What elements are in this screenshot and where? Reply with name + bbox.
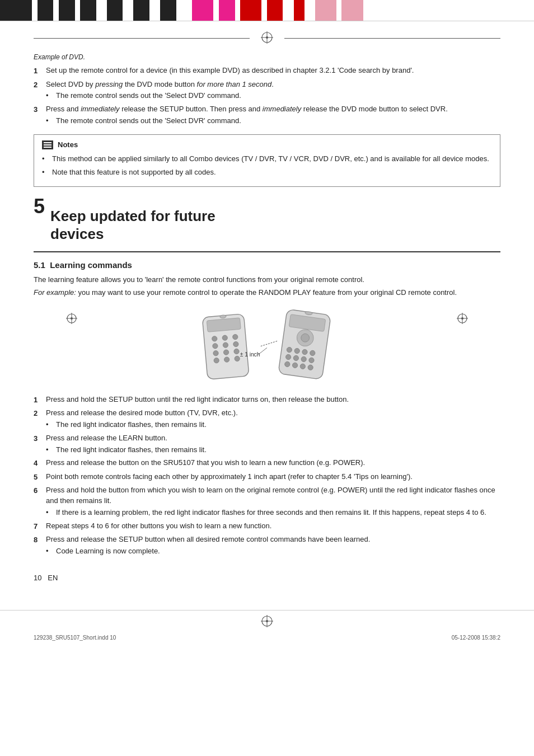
bullet-text: This method can be applied similarly to … bbox=[52, 154, 489, 165]
section-divider bbox=[34, 251, 500, 252]
remote-figure: ± 1 inch bbox=[34, 307, 500, 386]
step-item: 1 Set up the remote control for a device… bbox=[34, 65, 500, 77]
svg-point-22 bbox=[220, 314, 227, 318]
footer: 10 EN bbox=[34, 574, 500, 582]
bullet-dot: • bbox=[46, 508, 56, 518]
step-content: Point both remote controls facing each o… bbox=[46, 472, 500, 483]
bullet-text: Code Learning is now complete. bbox=[56, 546, 160, 557]
notes-box: Notes • This method can be applied simil… bbox=[34, 134, 500, 187]
step-item: 2 Press and release the desired mode but… bbox=[34, 408, 500, 430]
step-item: 5 Point both remote controls facing each… bbox=[34, 472, 500, 483]
bullet-dot: • bbox=[42, 167, 52, 178]
notes-bullet-2: • Note that this feature is not supporte… bbox=[42, 167, 492, 178]
step-content: Set up the remote control for a device (… bbox=[46, 65, 500, 77]
step-item: 3 Press and release the LEARN button. • … bbox=[34, 433, 500, 456]
bullet-dot: • bbox=[46, 91, 56, 101]
step-num: 3 bbox=[34, 433, 46, 456]
step-num: 1 bbox=[34, 65, 46, 77]
color-segments bbox=[0, 0, 534, 21]
step-item: 8 Press and release the SETUP button whe… bbox=[34, 534, 500, 557]
steps-list-1: 1 Set up the remote control for a device… bbox=[34, 65, 500, 126]
top-color-bar bbox=[0, 0, 534, 21]
section-number: 5 bbox=[34, 195, 45, 218]
learning-intro-line1: The learning feature allows you to 'lear… bbox=[34, 274, 500, 285]
lang-label: EN bbox=[48, 574, 58, 582]
bullet-text: The remote control sends out the 'Select… bbox=[56, 116, 241, 126]
bottom-info: 129238_SRU5107_Short.indd 10 05-12-2008 … bbox=[0, 633, 534, 642]
notes-header: Notes bbox=[42, 140, 492, 149]
step-num: 1 bbox=[34, 395, 46, 406]
step-num: 6 bbox=[34, 485, 46, 518]
learning-intro-line2: For example: you may want to use your re… bbox=[34, 287, 500, 298]
step-item: 2 Select DVD by pressing the DVD mode bu… bbox=[34, 79, 500, 102]
bullet-text: The remote control sends out the 'Select… bbox=[56, 91, 241, 101]
bullet-dot: • bbox=[46, 420, 56, 430]
bullet-text: If there is a learning problem, the red … bbox=[56, 508, 486, 518]
section-title-block: Keep updated for futuredevices bbox=[50, 195, 216, 247]
step-item: 4 Press and release the button on the SR… bbox=[34, 458, 500, 469]
steps-list-2: 1 Press and hold the SETUP button until … bbox=[34, 395, 500, 557]
svg-text:± 1 inch: ± 1 inch bbox=[240, 351, 260, 358]
step-item: 3 Press and immediately release the SETU… bbox=[34, 104, 500, 126]
notes-label: Notes bbox=[58, 140, 78, 149]
example-label: Example of DVD. bbox=[34, 53, 500, 61]
step-num: 3 bbox=[34, 104, 46, 126]
subsection-heading: 5.1 Learning commands bbox=[34, 260, 500, 270]
bottom-bar bbox=[0, 610, 534, 631]
step-content: Press and release the SETUP button when … bbox=[46, 534, 500, 557]
bullet-dot: • bbox=[46, 116, 56, 126]
step-content: Press and hold the button from which you… bbox=[46, 485, 500, 518]
sub-bullet: • The red light indicator flashes, then … bbox=[46, 420, 500, 430]
step-num: 7 bbox=[34, 521, 46, 532]
sub-bullet: • If there is a learning problem, the re… bbox=[46, 508, 500, 518]
step-num: 8 bbox=[34, 534, 46, 557]
step-content: Repeat steps 4 to 6 for other buttons yo… bbox=[46, 521, 500, 532]
notes-icon bbox=[42, 140, 53, 149]
remote-control-image: ± 1 inch bbox=[177, 307, 357, 386]
step-item: 7 Repeat steps 4 to 6 for other buttons … bbox=[34, 521, 500, 532]
page-num-value: 10 bbox=[34, 574, 41, 582]
page-number: 10 EN bbox=[34, 574, 58, 582]
subsection-title: Learning commands bbox=[50, 260, 132, 270]
step-num: 4 bbox=[34, 458, 46, 469]
top-rule bbox=[34, 31, 500, 45]
remote-svg: ± 1 inch bbox=[177, 307, 357, 380]
reg-mark-left bbox=[66, 313, 77, 326]
reg-mark-bottom bbox=[261, 615, 273, 627]
subsection-num: 5.1 bbox=[34, 260, 45, 270]
svg-line-40 bbox=[261, 341, 278, 346]
sub-bullet: • Code Learning is now complete. bbox=[46, 546, 500, 557]
section-heading-wrapper: 5 Keep updated for futuredevices bbox=[34, 195, 500, 247]
step-content: Press and hold the SETUP button until th… bbox=[46, 395, 500, 406]
sub-bullet: • The remote control sends out the 'Sele… bbox=[46, 91, 500, 101]
section-title: Keep updated for futuredevices bbox=[50, 207, 216, 243]
reg-mark-right bbox=[457, 313, 468, 326]
bullet-text: Note that this feature is not supported … bbox=[52, 167, 216, 178]
step-content: Press and release the desired mode butto… bbox=[46, 408, 500, 430]
file-info: 129238_SRU5107_Short.indd 10 bbox=[34, 635, 116, 641]
notes-bullet-1: • This method can be applied similarly t… bbox=[42, 154, 492, 165]
step-content: Press and release the LEARN button. • Th… bbox=[46, 433, 500, 456]
step-content: Press and immediately release the SETUP … bbox=[46, 104, 500, 126]
bullet-text: The red light indicator flashes, then re… bbox=[56, 420, 207, 430]
step-item: 6 Press and hold the button from which y… bbox=[34, 485, 500, 518]
bullet-dot: • bbox=[42, 154, 52, 165]
step-num: 2 bbox=[34, 408, 46, 430]
step-item: 1 Press and hold the SETUP button until … bbox=[34, 395, 500, 406]
rule-line-left bbox=[34, 38, 250, 39]
bullet-dot: • bbox=[46, 445, 56, 456]
sub-bullet: • The red light indicator flashes, then … bbox=[46, 445, 500, 456]
step-num: 2 bbox=[34, 79, 46, 102]
reg-mark-top bbox=[261, 31, 273, 45]
bullet-dot: • bbox=[46, 546, 56, 557]
date-info: 05-12-2008 15:38:2 bbox=[452, 635, 500, 641]
bullet-text: The red light indicator flashes, then re… bbox=[56, 445, 207, 456]
step-content: Press and release the button on the SRU5… bbox=[46, 458, 500, 469]
step-num: 5 bbox=[34, 472, 46, 483]
step-content: Select DVD by pressing the DVD mode butt… bbox=[46, 79, 500, 102]
sub-bullet: • The remote control sends out the 'Sele… bbox=[46, 116, 500, 126]
rule-line-right bbox=[284, 38, 500, 39]
